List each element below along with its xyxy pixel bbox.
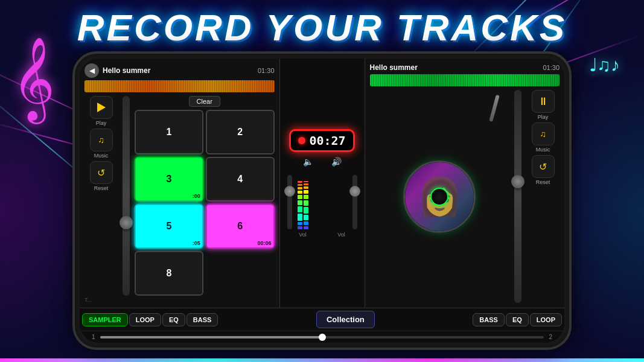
right-reset-button[interactable]: ↺ Reset <box>526 155 560 185</box>
left-side-buttons: Play ♫ Music ↺ <box>84 96 118 296</box>
left-back-button[interactable]: ◀ <box>84 63 99 78</box>
pad-3-time: :00 <box>193 193 200 199</box>
left-track-time: 01:30 <box>258 67 275 74</box>
left-reset-button[interactable]: ↺ Reset <box>84 161 118 191</box>
phone-inner: ◀ Hello summer 01:30 <box>80 59 564 343</box>
tab-bass-left[interactable]: BASS <box>187 313 218 326</box>
vol-label-left: Vol <box>299 232 307 238</box>
left-play-label: Play <box>96 120 107 126</box>
progress-thumb[interactable] <box>319 334 326 341</box>
right-music-icon: ♫ <box>540 129 546 139</box>
left-deck-label: T... <box>84 297 275 303</box>
left-reset-label: Reset <box>94 185 109 191</box>
progress-fill <box>100 336 322 338</box>
eq-bar <box>298 226 302 229</box>
tonearm <box>485 93 503 123</box>
eq-bar <box>304 183 308 185</box>
tab-loop-left[interactable]: LOOP <box>129 313 161 326</box>
eq-bar <box>298 214 302 221</box>
eq-bar <box>304 221 308 225</box>
center-left-fader[interactable] <box>287 175 292 229</box>
deck-right: Hello summer 01:30 👩 <box>365 59 565 308</box>
left-fader-knob[interactable] <box>120 216 133 229</box>
progress-label-end: 2 <box>549 334 552 340</box>
right-music-label: Music <box>536 147 550 153</box>
eq-right-bars <box>304 181 308 229</box>
left-controls: Play ♫ Music ↺ <box>84 96 275 296</box>
right-fader[interactable] <box>514 90 521 303</box>
pause-icon: ⏸ <box>538 96 549 107</box>
turntable[interactable]: 👩 <box>370 90 510 303</box>
eq-bar <box>298 206 302 212</box>
right-fader-knob[interactable] <box>511 175 524 188</box>
eq-bar <box>304 207 308 214</box>
progress-track[interactable] <box>100 336 544 338</box>
progress-label-start: 1 <box>92 334 95 340</box>
treble-clef-icon: 𝄞 <box>12 36 55 121</box>
right-track-name: Hello summer <box>370 63 418 72</box>
eq-bar <box>298 181 302 183</box>
right-play-label: Play <box>538 114 549 120</box>
tab-bass-right[interactable]: BASS <box>473 313 505 326</box>
eq-left-bars <box>298 181 302 229</box>
eq-bar <box>304 195 308 199</box>
eq-bar <box>304 181 308 182</box>
volume-icons: 🔈 🔊 <box>303 157 342 167</box>
vol-label-right: Vol <box>337 232 345 238</box>
pad-3[interactable]: 3:00 <box>135 157 203 202</box>
bottom-tabs: SAMPLER LOOP EQ BASS Collection BASS EQ … <box>80 308 564 331</box>
pad-1[interactable]: 1 <box>135 110 203 154</box>
center-right-fader-knob[interactable] <box>349 186 360 197</box>
tab-eq-left[interactable]: EQ <box>162 313 185 326</box>
left-reset-icon: ↺ <box>97 167 105 179</box>
center-left-fader-knob[interactable] <box>284 186 295 197</box>
eq-bar <box>298 187 302 189</box>
left-play-button[interactable]: Play <box>84 96 118 126</box>
play-triangle-icon <box>97 103 106 112</box>
pad-8[interactable]: 8 <box>135 251 203 296</box>
left-track-name: Hello summer <box>103 66 150 75</box>
eq-bars <box>284 169 361 229</box>
eq-bar <box>304 190 308 194</box>
left-waveform <box>84 80 275 92</box>
left-fader[interactable] <box>123 96 130 296</box>
tab-collection[interactable]: Collection <box>316 311 375 328</box>
clear-button[interactable]: Clear <box>189 96 220 107</box>
center-section: 00:27 🔈 🔊 <box>280 59 365 308</box>
left-music-icon: ♫ <box>98 135 104 145</box>
eq-visualization <box>298 181 347 229</box>
title-area: RECORD YOUR TRACKS <box>0 6 644 49</box>
record-timer: 00:27 <box>289 129 354 152</box>
left-music-button[interactable]: ♫ Music <box>84 129 118 159</box>
record-center-label <box>430 188 448 206</box>
right-deck-header: Hello summer 01:30 <box>370 63 560 72</box>
pads-grid: 1 2 3:00 4 5:05 600:06 8 <box>135 110 275 296</box>
right-waveform <box>370 74 560 86</box>
right-volume-icon: 🔊 <box>331 157 342 167</box>
pad-4[interactable]: 4 <box>206 157 275 202</box>
pad-6-time: 00:06 <box>257 240 271 246</box>
vol-labels: Vol Vol <box>284 232 361 238</box>
right-music-button[interactable]: ♫ Music <box>526 122 560 153</box>
left-volume-icon: 🔈 <box>303 157 313 167</box>
decks-area: ◀ Hello summer 01:30 <box>80 59 564 308</box>
tab-loop-right[interactable]: LOOP <box>530 313 562 326</box>
tab-eq-right[interactable]: EQ <box>506 313 529 326</box>
right-controls: 👩 <box>370 90 560 303</box>
pads-area: Clear 1 2 3:00 4 5:05 600:06 8 <box>135 96 275 296</box>
eq-bar <box>304 215 308 220</box>
right-reset-label: Reset <box>536 179 550 185</box>
tab-sampler[interactable]: SAMPLER <box>82 313 128 326</box>
record-disc[interactable]: 👩 <box>403 160 476 233</box>
record-dot-icon <box>298 137 305 144</box>
pad-2[interactable]: 2 <box>206 110 275 154</box>
main-title: RECORD YOUR TRACKS <box>0 6 644 49</box>
eq-bar <box>304 226 308 229</box>
eq-bar <box>298 222 302 225</box>
tonearm-body <box>489 94 499 121</box>
right-play-button[interactable]: ⏸ Play <box>526 90 560 120</box>
pad-5[interactable]: 5:05 <box>135 204 203 249</box>
center-right-fader[interactable] <box>352 175 357 229</box>
eq-bar <box>298 184 302 186</box>
pad-6[interactable]: 600:06 <box>206 204 275 249</box>
